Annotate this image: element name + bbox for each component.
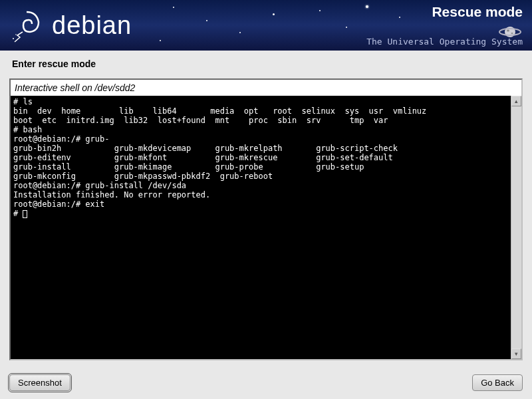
svg-point-4 [507, 30, 509, 32]
header-right: Rescue mode [432, 4, 523, 21]
scroll-track[interactable] [511, 106, 521, 348]
footer: Screenshot Go Back [9, 374, 523, 391]
screenshot-button[interactable]: Screenshot [9, 374, 70, 391]
logo-text: debian [52, 11, 132, 40]
header: debian Rescue mode The Universal Operati… [0, 0, 532, 51]
scroll-down-icon[interactable]: ▾ [511, 348, 521, 359]
terminal-frame: Interactive shell on /dev/sdd2 # ls bin … [9, 78, 523, 360]
svg-point-0 [13, 38, 14, 39]
scroll-up-icon[interactable]: ▴ [511, 96, 521, 106]
scrollbar[interactable]: ▴ ▾ [511, 96, 521, 359]
mode-title: Rescue mode [432, 4, 523, 20]
svg-point-1 [15, 34, 17, 35]
svg-point-5 [511, 33, 513, 34]
tagline: The Universal Operating System [366, 37, 523, 47]
go-back-button[interactable]: Go Back [472, 374, 523, 391]
terminal-label: Interactive shell on /dev/sdd2 [11, 80, 521, 96]
page-title: Enter rescue mode [7, 59, 525, 69]
debian-swirl-icon [7, 5, 47, 45]
terminal-output[interactable]: # ls bin dev home lib lib64 media opt ro… [11, 96, 511, 359]
main-content: Enter rescue mode Interactive shell on /… [0, 51, 532, 366]
